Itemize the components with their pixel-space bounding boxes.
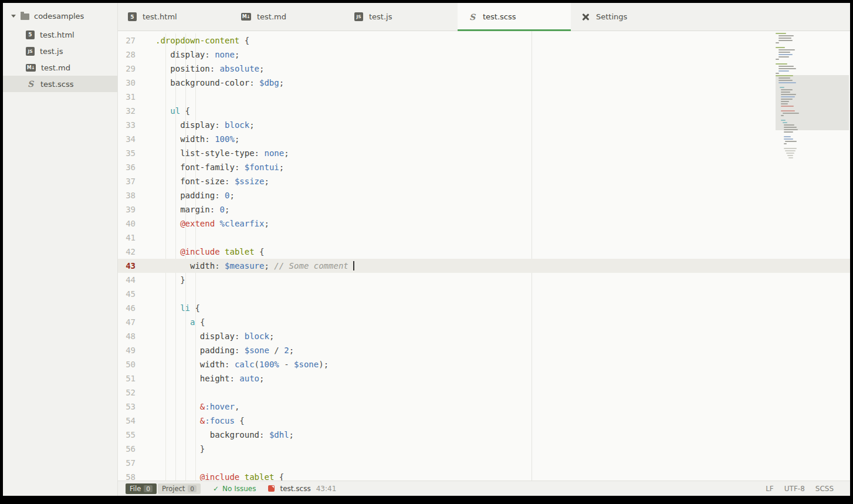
code-token: width	[180, 134, 205, 144]
code-token: :focus	[205, 416, 235, 425]
code-token: tablet	[245, 472, 275, 481]
code-line-54[interactable]: 54 &:focus {	[118, 414, 850, 428]
code-token: $dbg	[259, 78, 279, 87]
minimap-line	[783, 113, 799, 114]
code-token: 100%	[259, 360, 279, 369]
line-number: 47	[118, 315, 136, 329]
code-line-55[interactable]: 55 background: $dhl;	[118, 428, 850, 442]
code-line-34[interactable]: 34 width: 100%;	[118, 132, 850, 146]
minimap[interactable]	[776, 33, 849, 203]
code-line-41[interactable]: 41	[118, 231, 850, 245]
code-line-33[interactable]: 33 display: block;	[118, 118, 850, 132]
sidebar-item-test.html[interactable]: 5test.html	[3, 26, 117, 43]
issues-indicator[interactable]: ✓ No Issues	[213, 485, 256, 493]
code-token: :	[235, 346, 245, 355]
minimap-line	[781, 96, 795, 97]
line-number: 55	[118, 428, 136, 442]
code-line-29[interactable]: 29 position: absolute;	[118, 62, 850, 76]
tab-test.md[interactable]: M↓test.md	[231, 3, 344, 31]
code-line-42[interactable]: 42 @include tablet {	[118, 245, 850, 259]
code-token: ;	[235, 50, 239, 59]
code-token	[155, 402, 200, 411]
code-line-36[interactable]: 36 font-family: $fontui;	[118, 160, 850, 174]
line-content: display: none;	[136, 48, 239, 62]
code-token: :	[229, 374, 239, 383]
code-line-37[interactable]: 37 font-size: $ssize;	[118, 174, 850, 188]
code-token: ;	[284, 148, 289, 158]
tab-test.js[interactable]: JStest.js	[344, 3, 458, 31]
code-line-56[interactable]: 56 }	[118, 442, 850, 456]
settings-icon	[581, 12, 590, 22]
status-bar-right: LF UTF-8 SCSS	[766, 485, 834, 493]
line-content: background-color: $dbg;	[136, 76, 284, 90]
code-line-27[interactable]: 27.dropdown-content {	[118, 33, 850, 48]
code-token: {	[239, 36, 249, 45]
encoding-indicator[interactable]: UTF-8	[784, 485, 805, 493]
code-line-46[interactable]: 46 li {	[118, 301, 850, 315]
code-line-38[interactable]: 38 padding: 0;	[118, 188, 850, 202]
code-token: :	[259, 430, 269, 439]
project-scope-label: Project	[162, 485, 185, 493]
code-token	[155, 317, 190, 327]
code-token	[155, 374, 200, 383]
code-token: %clearfix	[220, 219, 265, 228]
minimap-line	[787, 155, 793, 156]
code-line-45[interactable]: 45	[118, 287, 850, 301]
project-root[interactable]: codesamples	[3, 3, 117, 26]
tab-label: test.md	[257, 12, 286, 21]
code-token: ;	[249, 120, 254, 130]
code-editor[interactable]: 27.dropdown-content {28 display: none;29…	[118, 31, 850, 481]
code-token	[155, 191, 180, 200]
code-line-50[interactable]: 50 width: calc(100% - $sone);	[118, 357, 850, 371]
tab-test.scss[interactable]: Stest.scss	[458, 3, 571, 31]
html-icon: 5	[26, 31, 35, 39]
code-line-57[interactable]: 57	[118, 456, 850, 470]
code-line-43[interactable]: 43 width: $measure; // Some comment	[118, 259, 850, 273]
code-line-28[interactable]: 28 display: none;	[118, 48, 850, 62]
code-token: }	[180, 275, 185, 285]
line-number: 30	[118, 76, 136, 90]
code-line-32[interactable]: 32 ul {	[118, 104, 850, 118]
code-line-51[interactable]: 51 height: auto;	[118, 371, 850, 385]
code-line-39[interactable]: 39 margin: 0;	[118, 202, 850, 217]
language-indicator[interactable]: SCSS	[815, 485, 834, 493]
code-token: $ssize	[235, 177, 265, 186]
code-token: :	[225, 177, 235, 186]
minimap-line	[776, 33, 786, 34]
code-line-53[interactable]: 53 &:hover,	[118, 400, 850, 414]
file-label: test.html	[40, 31, 75, 39]
line-number: 42	[118, 245, 136, 259]
line-content	[136, 231, 155, 245]
tab-test.html[interactable]: 5test.html	[118, 3, 231, 31]
chevron-down-icon	[11, 15, 16, 18]
tab-Settings[interactable]: Settings	[571, 3, 684, 31]
minimap-line	[778, 82, 796, 83]
code-line-35[interactable]: 35 list-style-type: none;	[118, 146, 850, 160]
code-token	[155, 64, 170, 73]
code-line-58[interactable]: 58 @include tablet {	[118, 470, 850, 481]
project-scope-button[interactable]: Project 0	[158, 483, 201, 494]
line-ending-indicator[interactable]: LF	[766, 485, 774, 493]
code-line-49[interactable]: 49 padding: $sone / 2;	[118, 343, 850, 357]
minimap-line	[784, 148, 797, 149]
sidebar-item-test.js[interactable]: JStest.js	[3, 43, 117, 59]
line-content: padding: 0;	[136, 188, 235, 202]
file-scope-button[interactable]: File 0	[126, 483, 157, 494]
code-line-40[interactable]: 40 @extend %clearfix;	[118, 217, 850, 231]
code-line-30[interactable]: 30 background-color: $dbg;	[118, 76, 850, 90]
code-token: 2	[284, 346, 289, 355]
code-line-48[interactable]: 48 display: block;	[118, 329, 850, 343]
minimap-line	[776, 47, 785, 48]
code-token: display	[180, 120, 215, 130]
sidebar-item-test.md[interactable]: M↓test.md	[3, 59, 117, 76]
code-line-52[interactable]: 52	[118, 385, 850, 400]
code-line-44[interactable]: 44 }	[118, 273, 850, 287]
code-line-47[interactable]: 47 a {	[118, 315, 850, 329]
minimap-line	[784, 131, 793, 133]
code-token: :	[205, 50, 215, 59]
code-line-31[interactable]: 31	[118, 90, 850, 104]
minimap-line	[781, 115, 784, 116]
sidebar-item-test.scss[interactable]: Stest.scss	[3, 76, 117, 92]
code-token: :	[215, 261, 225, 270]
code-token: $measure	[225, 261, 264, 270]
